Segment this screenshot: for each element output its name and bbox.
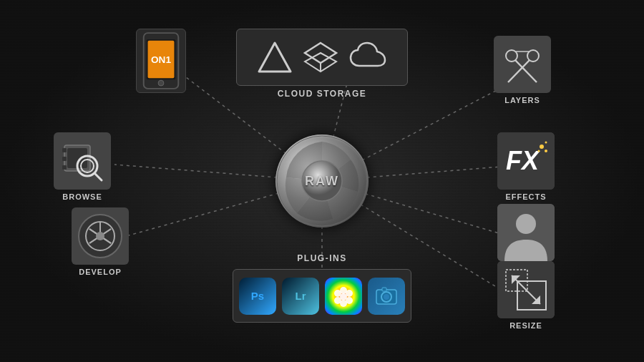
raw-circle: RAW	[275, 134, 369, 228]
effects-icon: FX	[497, 132, 555, 190]
plugin-icons: Ps Lr	[233, 270, 411, 322]
photos-flower-icon	[332, 285, 355, 308]
effects-icon-wrap: FX	[497, 132, 555, 190]
mobile-icon-wrap: ON1	[136, 29, 186, 93]
lightroom-icon: Lr	[282, 278, 319, 315]
portrait-icon	[497, 204, 555, 261]
svg-rect-29	[62, 148, 67, 152]
browse-box: BROWSE	[54, 132, 111, 201]
cloud-icons	[245, 29, 399, 85]
cloud-storage-box: CLOUD STORAGE	[229, 29, 415, 102]
resize-icon	[497, 261, 555, 318]
layers-label: LAYERS	[504, 96, 540, 104]
svg-text:FX: FX	[506, 146, 540, 175]
browse-label: BROWSE	[62, 192, 102, 201]
svg-point-21	[158, 80, 164, 86]
effects-label: EFFECTS	[505, 192, 546, 201]
plugins-icon-wrap: Ps Lr	[233, 269, 411, 323]
portrait-icon-wrap	[497, 204, 555, 261]
raw-label: RAW	[305, 174, 339, 189]
svg-point-39	[538, 150, 540, 152]
mobile-device-icon: ON1	[137, 29, 185, 93]
layers-box: LAYERS	[494, 36, 551, 104]
svg-rect-30	[62, 157, 67, 161]
svg-point-43	[96, 232, 104, 240]
feature-diagram: .dashed { stroke: #888; stroke-width: 1.…	[0, 0, 644, 362]
svg-point-55	[384, 294, 389, 300]
resize-label: RESIZE	[509, 321, 542, 330]
photoshop-icon: Ps	[239, 278, 276, 315]
layers-icon	[494, 36, 551, 93]
browse-icon-wrap	[54, 132, 111, 190]
svg-point-52	[340, 293, 347, 300]
svg-point-40	[545, 142, 547, 144]
svg-text:ON1: ON1	[151, 54, 171, 65]
camera-plus-icon	[368, 278, 405, 315]
develop-label: DEVELOP	[79, 268, 122, 276]
dropbox-icon	[302, 40, 339, 74]
svg-rect-31	[62, 165, 67, 170]
svg-point-38	[545, 150, 547, 152]
resize-box: RESIZE	[497, 261, 555, 330]
effects-box: FX EFFECTS	[497, 132, 555, 201]
resize-icon-wrap	[497, 261, 555, 318]
cloud-icon	[348, 40, 388, 74]
camera-lens-icon	[375, 285, 398, 308]
develop-box: DEVELOP	[72, 207, 129, 276]
svg-point-45	[516, 214, 536, 234]
svg-line-34	[95, 174, 102, 180]
apple-photos-icon	[325, 278, 362, 315]
svg-marker-11	[259, 43, 291, 72]
mobile-app-box: ON1	[136, 29, 186, 93]
cloud-storage-label: CLOUD STORAGE	[278, 89, 367, 99]
raw-center-logo: RAW	[275, 134, 369, 228]
svg-rect-56	[382, 288, 386, 291]
layers-icon-wrap	[494, 36, 551, 93]
plugins-box: PLUG-INS Ps Lr	[225, 253, 419, 323]
google-drive-icon	[256, 40, 293, 74]
svg-line-12	[275, 43, 291, 72]
develop-icon-wrap	[72, 207, 129, 265]
plugins-label-top: PLUG-INS	[297, 253, 346, 263]
browse-icon	[54, 132, 111, 190]
develop-icon	[72, 207, 129, 265]
cloud-storage-icon-wrap	[236, 29, 408, 86]
svg-point-37	[540, 145, 544, 149]
